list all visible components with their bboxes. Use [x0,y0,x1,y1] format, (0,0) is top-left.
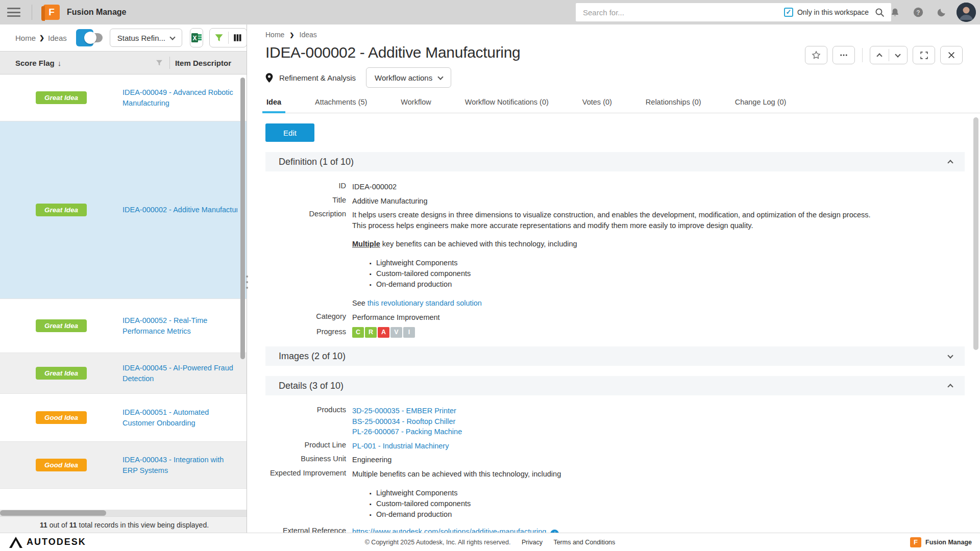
workflow-actions-button[interactable]: Workflow actions [366,67,451,88]
score-flag-badge: Good Idea [36,459,87,471]
workspace-checkbox-label: Only in this workspace [797,8,869,16]
progress-step: I [403,327,415,338]
record-count: 11 out of 11 total records in this view … [0,516,247,533]
tab-idea[interactable]: Idea [265,96,282,113]
tab-votes[interactable]: Votes (0) [581,96,613,113]
columns-button[interactable] [228,29,247,47]
workflow-state-label: Refinement & Analysis [279,73,356,82]
vertical-scrollbar[interactable] [240,78,245,359]
product-link[interactable]: BS-25-000034 - Rooftop Chiller [352,416,934,427]
external-reference-link[interactable]: https://www.autodesk.com/solutions/addit… [352,528,546,533]
section-definition-header[interactable]: Definition (1 of 10) [265,152,965,171]
global-search: ✓ Only in this workspace [576,3,891,21]
expand-icon [920,51,928,60]
product-line-link[interactable]: PL-001 - Industrial Machinery [352,442,449,450]
score-flag-badge: Great Idea [36,319,87,332]
column-item-descriptor[interactable]: Item Descriptor [175,59,231,67]
product-link[interactable]: PL-26-000067 - Packing Machine [352,427,934,437]
field-value-business-unit: Engineering [352,455,934,465]
magnifier-icon[interactable] [874,7,885,18]
column-score-flag[interactable]: Score Flag [15,59,55,67]
idea-link[interactable]: IDEA-000052 - Real-Time Performance Metr… [122,315,237,336]
workspace-checkbox[interactable]: ✓ [784,8,793,17]
breadcrumb-home-link[interactable]: Home [15,34,36,42]
topbar-icons: ? [889,0,947,24]
next-record-button[interactable] [889,46,907,64]
table-row[interactable]: Great Idea IDEA-000045 - AI-Powered Frau… [0,353,247,394]
expand-icon [947,353,953,358]
topbar-divider [32,5,32,20]
view-selector-dropdown[interactable]: Status Refin... [110,29,182,47]
list-item: Custom-tailored components [370,268,934,279]
main-vertical-scrollbar[interactable] [973,117,978,350]
product-link[interactable]: 3D-25-000035 - EMBER Printer [352,406,934,416]
benefit-list: Lightweight Components Custom-tailored c… [370,488,934,520]
records-total: 11 [69,521,77,529]
idea-link[interactable]: IDEA-000045 - AI-Powered Fraud Detection [122,363,237,384]
bell-icon[interactable] [889,7,900,18]
breadcrumb-home-link[interactable]: Home [265,31,284,39]
hamburger-icon[interactable] [7,8,20,17]
horizontal-scrollbar[interactable] [0,510,247,516]
table-row[interactable]: Good Idea IDEA-000043 - Integration with… [0,442,247,489]
idea-detail-panel: Home ❯ Ideas IDEA-000002 - Additive Manu… [247,24,980,533]
idea-link[interactable]: IDEA-000049 - Advanced Robotic Manufactu… [122,87,237,108]
tab-workflow[interactable]: Workflow [400,96,432,113]
content-area: Home ❯ Ideas Status Refin... X [0,24,980,533]
progress-step: C [352,327,364,338]
sort-descending-icon[interactable]: ↓ [58,59,62,67]
bookmark-button[interactable] [805,46,827,64]
benefit-list: Lightweight Components Custom-tailored c… [370,258,934,290]
field-label-products: Products [265,406,352,437]
view-selector-label: Status Refin... [117,34,165,42]
record-actions [805,46,963,64]
chevron-down-icon [895,52,901,57]
section-images-header[interactable]: Images (2 of 10) [265,346,965,366]
close-icon [947,51,955,59]
table-row[interactable]: Great Idea IDEA-000052 - Real-Time Perfo… [0,299,247,353]
view-toggle[interactable] [76,29,103,46]
progress-step: R [365,327,377,338]
progress-indicator: C R A V I [352,327,934,338]
tab-relationships[interactable]: Relationships (0) [645,96,702,113]
table-row[interactable]: Good Idea IDEA-000051 - Automated Custom… [0,394,247,442]
more-actions-button[interactable] [832,46,855,64]
section-details-header[interactable]: Details (3 of 10) [265,376,965,395]
product-name: Fusion Manage [67,8,126,17]
field-label-title: Title [265,196,352,207]
idea-link[interactable]: IDEA-000002 - Additive Manufacturing [122,205,237,215]
terms-link[interactable]: Terms and Conditions [553,539,615,546]
moon-icon[interactable] [936,7,947,18]
filter-button[interactable] [210,29,228,47]
idea-link[interactable]: IDEA-000043 - Integration with ERP Syste… [122,455,237,475]
question-icon[interactable]: ? [913,7,924,18]
field-value-expected-improvement: Multiple benefits can be achieved with t… [352,469,934,523]
close-button[interactable] [940,46,963,64]
search-input[interactable] [583,8,784,17]
column-filter-icon[interactable] [155,59,163,67]
ideas-rows: Great Idea IDEA-000049 - Advanced Roboti… [0,74,247,510]
excel-icon: X [190,32,203,44]
tab-change-log[interactable]: Change Log (0) [734,96,788,113]
footer-legal: © Copyright 2025 Autodesk, Inc. All righ… [0,539,980,546]
fullscreen-button[interactable] [913,46,935,64]
fusion-manage-logo: F [43,5,60,20]
panel-splitter-handle[interactable] [244,276,250,289]
tab-workflow-notifications[interactable]: Workflow Notifications (0) [464,96,550,113]
tab-attachments[interactable]: Attachments (5) [314,96,368,113]
columns-icon [233,33,242,42]
previous-record-button[interactable] [870,46,889,64]
table-row[interactable]: Great Idea IDEA-000049 - Advanced Roboti… [0,74,247,121]
table-row-selected[interactable]: Great Idea IDEA-000002 - Additive Manufa… [0,121,247,299]
avatar[interactable] [957,3,976,22]
detail-tabs: Idea Attachments (5) Workflow Workflow N… [265,96,980,113]
privacy-link[interactable]: Privacy [522,539,543,546]
solution-link[interactable]: this revolutionary standard solution [368,299,482,307]
collapse-icon [947,160,953,165]
edit-button[interactable]: Edit [265,123,314,142]
export-excel-button[interactable]: X [190,28,203,47]
breadcrumb-ideas-link[interactable]: Ideas [300,31,317,39]
filter-columns-group [209,28,247,47]
breadcrumb-ideas-link[interactable]: Ideas [48,34,67,42]
idea-link[interactable]: IDEA-000051 - Automated Customer Onboard… [122,407,237,428]
